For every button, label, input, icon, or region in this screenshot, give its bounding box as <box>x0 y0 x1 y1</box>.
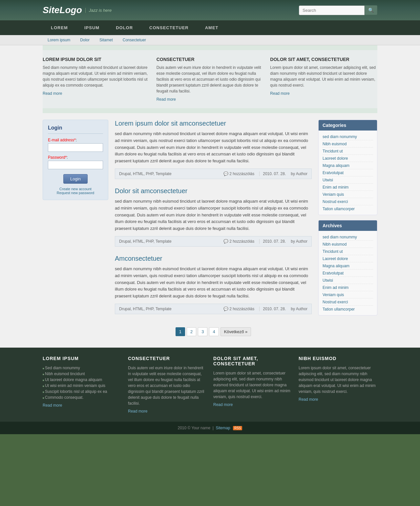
category-item[interactable]: Tation ullamcorper <box>323 205 373 212</box>
archive-item[interactable]: Nibh euismod <box>323 241 373 248</box>
archive-item[interactable]: Enim ad minim <box>323 284 373 291</box>
featured-read-more-2[interactable]: Read more <box>157 97 176 102</box>
category-item[interactable]: Laoreet dolore <box>323 155 373 162</box>
article-comments-2: 💬 2 hozzászólás <box>223 239 254 244</box>
footer-list-item: Suscipit lobortis nisl ut aliquip ex ea <box>43 389 121 395</box>
copyright: 2010 © Your name <box>178 426 211 430</box>
featured-read-more-1[interactable]: Read more <box>43 91 62 96</box>
category-item[interactable]: Enim ad minim <box>323 184 373 191</box>
archive-item[interactable]: Tation ullamcorper <box>323 306 373 313</box>
footer-read-more-2[interactable]: Read more <box>128 409 207 414</box>
article-comments-1: 💬 2 hozzászólás <box>223 172 254 176</box>
featured-grid: LOREM IPSUM DOLOR SIT Sed diam nonummy n… <box>43 50 377 108</box>
footer-widgets: LOREM IPSUM Sed diam nonummy Nibh euismo… <box>0 348 420 422</box>
email-label: E-mail address*: <box>48 138 103 142</box>
page-1[interactable]: 1 <box>176 327 185 336</box>
article-text-1: sed diam nonummy nibh euismod tincidunt … <box>115 131 312 165</box>
logo-tagline: Jazz is here <box>85 8 112 13</box>
rss-icon[interactable]: RSS <box>233 426 242 430</box>
archive-item[interactable]: Veniam quis <box>323 291 373 298</box>
main-navigation: LOREM IPSUM DOLOR CONSECTETUER AMET <box>0 20 420 35</box>
sitemap-link[interactable]: Sitemap <box>216 426 230 430</box>
password-label: Password*: <box>48 155 103 160</box>
content-wrapper: LOREM IPSUM DOLOR SIT Sed diam nonummy n… <box>0 45 420 348</box>
password-field-container: Password*: <box>48 155 103 172</box>
footer-widget-title-3: DOLOR SIT AMET, CONSECTETUER <box>213 356 292 366</box>
category-item[interactable]: Nostrud exerci <box>323 198 373 205</box>
search-button[interactable]: 🔍 <box>365 5 377 15</box>
sub-navigation: Lorem ipsum Dolor Sitamet Consectetuer <box>0 35 420 45</box>
login-box: Login E-mail address*: Password*: Login … <box>43 120 108 200</box>
archive-item[interactable]: Eratvolutpat <box>323 270 373 277</box>
password-input[interactable] <box>48 161 103 169</box>
create-account-link[interactable]: Create new account <box>48 187 103 191</box>
article-3: Amconsectetuer sed diam nonummy nibh eui… <box>115 255 312 314</box>
featured-text-2: Duis autem vel eum iriure dolor in hendr… <box>157 65 264 94</box>
article-2: Dolor sit amconsectetuer sed diam nonumm… <box>115 187 312 247</box>
footer-widget-title-4: NIBH EUISMOD <box>299 356 377 361</box>
footer-widget-text-2: Duis autem vel eum iriure dolor in hendr… <box>128 365 207 406</box>
footer-widget-title-2: CONSECTETUER <box>128 356 207 361</box>
article-author-2: by Author <box>291 239 307 244</box>
article-title-3[interactable]: Amconsectetuer <box>115 255 312 262</box>
article-comments-3: 💬 2 hozzászólás <box>223 307 254 311</box>
article-tags-1: Drupal, HTML, PHP, Template <box>119 172 172 176</box>
email-field-container: E-mail address*: <box>48 138 103 155</box>
page-2[interactable]: 2 <box>187 327 196 336</box>
archive-item[interactable]: Tincidunt ut <box>323 248 373 255</box>
footer-widget-1: LOREM IPSUM Sed diam nonummy Nibh euismo… <box>43 356 121 414</box>
featured-section: LOREM IPSUM DOLOR SIT Sed diam nonummy n… <box>43 45 377 113</box>
footer-list-item: Sed diam nonummy <box>43 365 121 371</box>
subnav-lorem-ipsum[interactable]: Lorem ipsum <box>43 35 75 45</box>
category-item[interactable]: Eratvolutpat <box>323 169 373 176</box>
footer-widget-title-1: LOREM IPSUM <box>43 356 121 361</box>
search-area: 🔍 <box>299 5 377 15</box>
next-page[interactable]: Következő » <box>220 327 251 336</box>
request-password-link[interactable]: Request new password <box>48 191 103 195</box>
archives-box: Archives sed diam nonummy Nibh euismod T… <box>318 220 377 315</box>
footer-bottom: 2010 © Your name | Sitemap RSS <box>0 422 420 434</box>
article-author-1: by Author <box>291 172 307 176</box>
article-title-2[interactable]: Dolor sit amconsectetuer <box>115 187 312 195</box>
featured-text-1: Sed diam nonummy nibh euismod tincidunt … <box>43 65 150 88</box>
categories-title: Categories <box>319 120 377 131</box>
archive-item[interactable]: Nostrud exerci <box>323 298 373 306</box>
footer-list-item: Ut laoreet dolore magna aliquam <box>43 377 121 383</box>
archive-item[interactable]: Magna aliquam <box>323 262 373 270</box>
footer-read-more-1[interactable]: Read more <box>43 403 121 408</box>
category-item[interactable]: Tincidunt ut <box>323 148 373 155</box>
nav-item-amet[interactable]: AMET <box>197 20 227 35</box>
category-item[interactable]: Utwisi <box>323 176 373 184</box>
footer-read-more-3[interactable]: Read more <box>213 402 292 407</box>
subnav-consectetuer[interactable]: Consectetuer <box>118 35 151 45</box>
article-title-1[interactable]: Lorem ipsum dolor sit amconsectetuer <box>115 120 312 127</box>
nav-item-dolor[interactable]: DOLOR <box>108 20 141 35</box>
article-meta-1: Drupal, HTML, PHP, Template 💬 2 hozzászó… <box>115 169 312 179</box>
archive-item[interactable]: Laoreet dolore <box>323 255 373 262</box>
nav-item-ipsum[interactable]: IPSUM <box>76 20 108 35</box>
login-title: Login <box>48 125 103 134</box>
site-logo[interactable]: SiteLogo <box>43 5 82 15</box>
search-input[interactable] <box>299 6 365 15</box>
page-3[interactable]: 3 <box>198 327 207 336</box>
archive-item[interactable]: sed diam nonummy <box>323 233 373 241</box>
subnav-sitamet[interactable]: Sitamet <box>94 35 118 45</box>
nav-item-consectetuer[interactable]: CONSECTETUER <box>141 20 197 35</box>
archive-item[interactable]: Utwisi <box>323 277 373 284</box>
nav-item-lorem[interactable]: LOREM <box>43 20 76 35</box>
center-content: Lorem ipsum dolor sit amconsectetuer sed… <box>115 120 312 341</box>
category-item[interactable]: Nibh euismod <box>323 140 373 148</box>
categories-list: sed diam nonummy Nibh euismod Tincidunt … <box>319 131 377 215</box>
category-item[interactable]: Magna aliquam <box>323 162 373 169</box>
login-button[interactable]: Login <box>63 174 88 184</box>
article-date-2: 2010. 07. 28. <box>259 239 286 244</box>
featured-read-more-3[interactable]: Read more <box>270 91 289 96</box>
page-4[interactable]: 4 <box>209 327 219 336</box>
subnav-dolor[interactable]: Dolor <box>75 35 94 45</box>
footer-read-more-4[interactable]: Read more <box>299 397 377 402</box>
category-item[interactable]: sed diam nonummy <box>323 133 373 140</box>
email-input[interactable] <box>48 143 103 152</box>
featured-title-3: DOLOR SIT AMET, CONSECTETUER <box>270 57 377 62</box>
featured-text-3: Lorem ipsum dolor sit amet, consectetuer… <box>270 65 377 88</box>
category-item[interactable]: Veniam quis <box>323 191 373 198</box>
